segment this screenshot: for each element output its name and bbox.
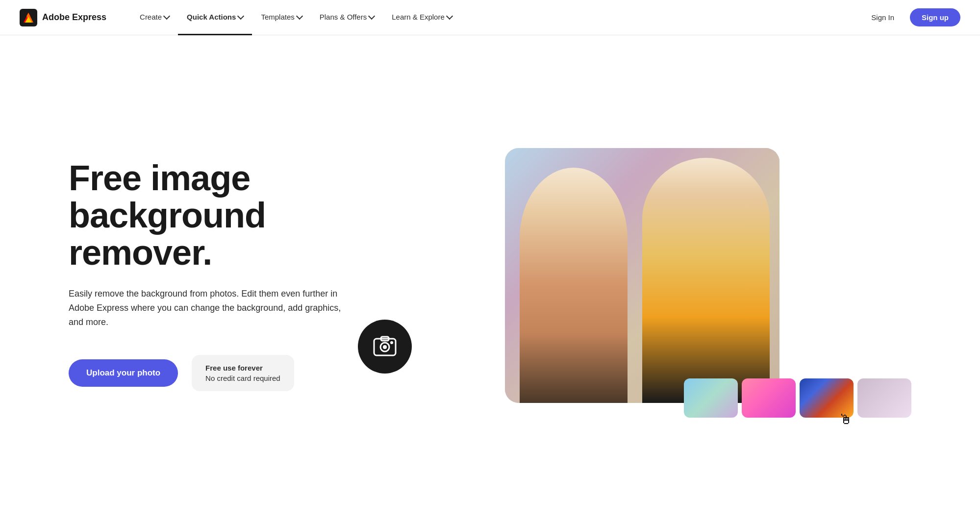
nav-auth: Sign In Sign up [863, 8, 960, 26]
hero-image [505, 148, 779, 403]
right-section: 🖱 [373, 148, 911, 403]
nav-item-learn-explore[interactable]: Learn & Explore [383, 0, 461, 35]
person-left [520, 168, 628, 403]
nav-item-create[interactable]: Create [131, 0, 178, 35]
free-badge-line1: Free use forever [205, 364, 280, 372]
chevron-down-icon [368, 12, 375, 19]
photo-upload-icon-circle[interactable] [358, 320, 412, 374]
svg-point-8 [390, 341, 393, 344]
background-thumb-pink[interactable] [742, 378, 796, 418]
hero-subtitle: Easily remove the background from photos… [69, 287, 343, 329]
free-badge-line2: No credit card required [205, 374, 280, 382]
sign-up-button[interactable]: Sign up [910, 8, 960, 26]
background-thumbnails: 🖱 [684, 378, 911, 418]
brand-name: Adobe Express [42, 12, 106, 23]
nav-item-templates[interactable]: Templates [252, 0, 310, 35]
main-content: Free image background remover. Easily re… [0, 35, 980, 476]
photo-icon [372, 334, 398, 359]
left-section: Free image background remover. Easily re… [69, 160, 373, 391]
logo[interactable]: Adobe Express [20, 9, 106, 26]
adobe-logo-icon [20, 9, 37, 26]
svg-point-6 [383, 345, 387, 349]
sign-in-button[interactable]: Sign In [863, 9, 902, 25]
background-thumb-teal[interactable] [684, 378, 738, 418]
upload-photo-button[interactable]: Upload your photo [69, 359, 178, 387]
chevron-down-icon [237, 12, 244, 19]
chevron-down-icon [446, 12, 453, 19]
person-right [642, 158, 770, 403]
nav-item-plans-offers[interactable]: Plans & Offers [311, 0, 383, 35]
chevron-down-icon [163, 12, 170, 19]
background-thumb-silver[interactable] [857, 378, 911, 418]
cursor-icon: 🖱 [839, 411, 853, 427]
cta-area: Upload your photo Free use forever No cr… [69, 355, 343, 391]
nav-item-quick-actions[interactable]: Quick Actions [178, 0, 252, 35]
chevron-down-icon [296, 12, 303, 19]
free-badge: Free use forever No credit card required [192, 355, 294, 391]
nav-links: Create Quick Actions Templates Plans & O… [131, 0, 863, 35]
navbar: Adobe Express Create Quick Actions Templ… [0, 0, 980, 35]
hero-title: Free image background remover. [69, 160, 343, 271]
